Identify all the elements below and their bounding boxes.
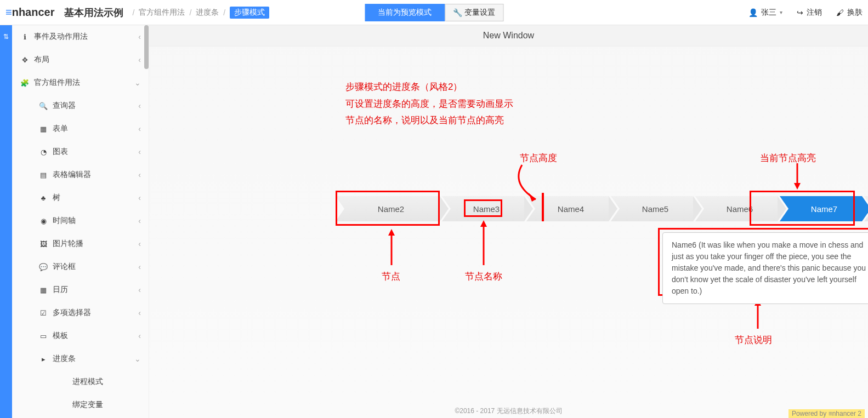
crumb-2[interactable]: 进度条 — [196, 8, 219, 18]
step-3[interactable]: Name3 — [442, 196, 524, 221]
sidebar-icon: ☑ — [38, 309, 48, 317]
sidebar-item-6[interactable]: ▤表格编辑器‹ — [12, 163, 149, 186]
sidebar-item-15[interactable]: 进程模式 — [12, 370, 149, 393]
arrow-node — [386, 228, 397, 266]
sidebar-item-16[interactable]: 绑定变量 — [12, 393, 149, 416]
sidebar-item-label: 时间轴 — [53, 216, 76, 226]
sidebar-item-label: 表单 — [53, 124, 68, 134]
sidebar-item-label: 查询器 — [53, 101, 76, 111]
sidebar-item-label: 事件及动作用法 — [34, 32, 88, 42]
chevron-icon: ‹ — [138, 32, 141, 41]
logo-mark: ≡ — [5, 6, 12, 18]
annotation-node-name: 节点名称 — [465, 268, 502, 285]
sidebar-icon: ◉ — [38, 217, 48, 225]
chevron-icon: ⌄ — [134, 354, 141, 363]
sidebar-icon: ▸ — [38, 355, 48, 363]
chevron-icon: ‹ — [138, 170, 141, 179]
logo: ≡nhancer — [5, 6, 54, 19]
sidebar-icon: ♣ — [38, 194, 48, 202]
sidebar-item-7[interactable]: ♣树‹ — [12, 186, 149, 209]
window-title: New Window — [149, 25, 868, 47]
sidebar-item-10[interactable]: 💬评论框‹ — [12, 255, 149, 278]
crumb-active[interactable]: 步骤模式 — [230, 7, 269, 19]
annotation-current-highlight: 当前节点高亮 — [760, 150, 816, 167]
sidebar-item-3[interactable]: 🔍查询器‹ — [12, 94, 149, 117]
preview-mode-button[interactable]: 当前为预览模式 — [365, 4, 445, 21]
step-4[interactable]: Name4 — [526, 196, 609, 221]
sidebar-icon: 🔍 — [38, 102, 48, 110]
annotation-node-desc: 节点说明 — [735, 332, 772, 349]
chevron-icon: ‹ — [138, 101, 141, 110]
sidebar-item-label: 评论框 — [53, 262, 76, 272]
sidebar-item-9[interactable]: 🖼图片轮播‹ — [12, 232, 149, 255]
sidebar-item-0[interactable]: ℹ事件及动作用法‹ — [12, 25, 149, 48]
sidebar-icon: ✥ — [20, 56, 30, 64]
brush-icon: 🖌 — [836, 8, 844, 17]
logout-icon: ↪ — [797, 8, 803, 17]
arrow-node-name — [478, 219, 489, 266]
sidebar-item-label: 图表 — [53, 147, 68, 157]
svg-marker-2 — [794, 183, 801, 190]
step-5[interactable]: Name5 — [611, 196, 693, 221]
sidebar-item-label: 模板 — [53, 331, 68, 341]
steps-row: Name2Name3Name4Name5Name6Name7Name8Name9 — [336, 196, 868, 221]
step-7[interactable]: Name7 — [780, 196, 862, 221]
sidebar-item-label: 进程模式 — [72, 377, 103, 387]
step-description-box: Name6 (It was like when you make a move … — [662, 232, 868, 304]
breadcrumb: / 官方组件用法 / 进度条 / 步骤模式 — [132, 7, 269, 19]
sidebar-item-label: 日历 — [53, 285, 68, 295]
user-menu[interactable]: 👤 张三 — [748, 8, 782, 18]
sidebar-item-13[interactable]: ▭模板‹ — [12, 324, 149, 347]
sidebar-item-14[interactable]: ▸进度条⌄ — [12, 347, 149, 370]
sidebar-item-label: 布局 — [34, 55, 49, 65]
sidebar-item-11[interactable]: ▦日历‹ — [12, 278, 149, 301]
chevron-icon: ‹ — [138, 216, 141, 225]
sidebar-icon: ▦ — [38, 125, 48, 133]
variable-settings-button[interactable]: 🔧 变量设置 — [445, 4, 503, 21]
red-height-marker — [542, 193, 544, 221]
topbar: ≡nhancer 基本用法示例 / 官方组件用法 / 进度条 / 步骤模式 当前… — [0, 0, 868, 25]
sidebar-item-4[interactable]: ▦表单‹ — [12, 117, 149, 140]
chevron-icon: ‹ — [138, 331, 141, 340]
annotation-node: 节点 — [382, 268, 400, 285]
crumb-1[interactable]: 官方组件用法 — [139, 8, 185, 18]
footer-powered: Powered by ≡nhancer 2 — [788, 409, 865, 418]
svg-marker-4 — [388, 229, 395, 236]
sidebar-icon: 🖼 — [38, 240, 48, 248]
step-6[interactable]: Name6 — [695, 196, 778, 221]
sidebar-item-2[interactable]: 🧩官方组件用法⌄ — [12, 71, 149, 94]
chevron-icon: ‹ — [138, 262, 141, 271]
sidebar-icon: ▭ — [38, 332, 48, 340]
top-right: 👤 张三 ↪ 注销 🖌 换肤 — [748, 8, 863, 18]
step-2[interactable]: Name2 — [336, 196, 440, 221]
sidebar-collapse-strip[interactable]: ⇅ — [0, 25, 12, 418]
chevron-icon: ‹ — [138, 285, 141, 294]
top-center: 当前为预览模式 🔧 变量设置 — [365, 4, 503, 21]
sidebar-item-label: 进度条 — [53, 354, 76, 364]
sidebar-item-label: 官方组件用法 — [34, 78, 80, 88]
logout-button[interactable]: ↪ 注销 — [797, 8, 822, 18]
annotation-intro: 步骤模式的进度条（风格2） 可设置进度条的高度，是否需要动画显示 节点的名称，说… — [345, 79, 513, 129]
sidebar-icon: ▤ — [38, 171, 48, 179]
chevron-icon: ‹ — [138, 124, 141, 133]
chevron-icon: ⌄ — [134, 78, 141, 87]
chevron-icon: ‹ — [138, 55, 141, 64]
footer: ©2016 - 2017 无远信息技术有限公司 — [149, 404, 868, 418]
sidebar-item-1[interactable]: ✥布局‹ — [12, 48, 149, 71]
sidebar-item-label: 图片轮播 — [53, 239, 83, 249]
sidebar-item-5[interactable]: ◔图表‹ — [12, 140, 149, 163]
chevron-icon: ‹ — [138, 239, 141, 248]
wrench-icon: 🔧 — [453, 8, 462, 17]
sidebar-item-label: 表格编辑器 — [53, 170, 91, 180]
sidebar-item-label: 多项选择器 — [53, 308, 91, 318]
sidebar-item-8[interactable]: ◉时间轴‹ — [12, 209, 149, 232]
sidebar-item-12[interactable]: ☑多项选择器‹ — [12, 301, 149, 324]
chevron-icon: ‹ — [138, 147, 141, 156]
skin-button[interactable]: 🖌 换肤 — [836, 8, 863, 18]
chevron-icon: ‹ — [138, 308, 141, 317]
sidebar-icon: ℹ — [20, 33, 30, 41]
user-icon: 👤 — [748, 8, 758, 17]
sidebar-item-label: 树 — [53, 193, 60, 203]
main-canvas: New Window 步骤模式的进度条（风格2） 可设置进度条的高度，是否需要动… — [149, 25, 868, 418]
sidebar-icon: 💬 — [38, 263, 48, 271]
